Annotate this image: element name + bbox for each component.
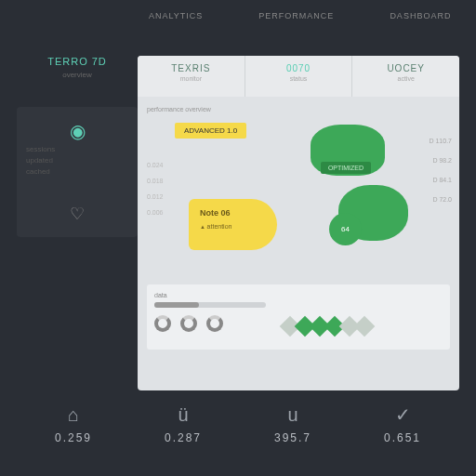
axis-tick: 0.006 xyxy=(147,209,164,216)
home-icon: ⌂ xyxy=(55,404,92,426)
tab-sub: active xyxy=(352,75,459,82)
axis-tick: D 98.2 xyxy=(429,157,452,164)
axis-tick: 0.024 xyxy=(147,162,164,168)
sidebar: TERRO 7D overview ◉ sessions updated cac… xyxy=(17,37,138,390)
sparkline xyxy=(284,292,443,342)
footer-metric[interactable]: ✓ 0.651 xyxy=(384,403,421,444)
sidebar-stat-block[interactable]: ◉ sessions updated cached ♡ xyxy=(17,107,138,237)
axis-tick: D 84.1 xyxy=(429,177,452,183)
tabs-bar: TEXRIS monitor 0070 status UOCEY active xyxy=(138,56,459,97)
footer-metric[interactable]: ü 0.287 xyxy=(165,404,202,444)
tab-texris[interactable]: TEXRIS monitor xyxy=(138,56,245,97)
panel-label: data xyxy=(154,292,266,298)
sidebar-title: TERRO 7D xyxy=(17,56,138,67)
left-axis: 0.024 0.018 0.012 0.006 xyxy=(147,152,164,225)
metric-value: 0.259 xyxy=(55,431,92,444)
canvas-label: performance overview xyxy=(147,106,450,112)
note-popup[interactable]: Note 06 attention xyxy=(189,199,277,250)
axis-tick: D 110.7 xyxy=(429,138,452,144)
header-item[interactable]: PERFORMANCE xyxy=(258,11,334,37)
tab-uocey[interactable]: UOCEY active xyxy=(352,56,459,97)
metric-value: 0.287 xyxy=(165,431,202,444)
cluster-label: OPTIMIZED xyxy=(321,162,371,174)
popup-sub: attention xyxy=(200,223,266,230)
header-item[interactable]: DASHBOARD xyxy=(390,11,451,37)
tab-title: UOCEY xyxy=(352,63,459,73)
popup-title: Note 06 xyxy=(200,208,266,218)
footer-bar: ⌂ 0.259 ü 0.287 u 395.7 ✓ 0.651 xyxy=(0,390,476,457)
metric-value: 395.7 xyxy=(274,431,311,444)
check-icon: ✓ xyxy=(384,403,421,426)
stat-line: cached xyxy=(26,167,128,176)
chart-icon: ◉ xyxy=(26,120,128,142)
metric-value: 0.651 xyxy=(384,431,421,444)
axis-tick: 0.018 xyxy=(147,178,164,184)
footer-metric[interactable]: u 395.7 xyxy=(274,404,311,444)
sidebar-subtitle: overview xyxy=(17,71,138,79)
right-axis: D 110.7 D 98.2 D 84.1 D 72.0 xyxy=(429,125,452,216)
donut-chart-icon[interactable] xyxy=(206,315,223,332)
donut-chart-icon[interactable] xyxy=(154,315,171,332)
spark-point xyxy=(354,316,376,337)
donut-chart-icon[interactable] xyxy=(180,315,197,332)
top-header: ANALYTICS PERFORMANCE DASHBOARD xyxy=(0,0,476,37)
u-icon: u xyxy=(274,404,311,426)
user-icon: ü xyxy=(165,404,202,426)
axis-tick: 0.012 xyxy=(147,193,164,200)
tab-sub: status xyxy=(245,75,352,82)
heart-icon: ♡ xyxy=(26,204,128,224)
tab-0070[interactable]: 0070 status xyxy=(245,56,353,97)
axis-tick: D 72.0 xyxy=(429,196,452,203)
tab-sub: monitor xyxy=(138,75,245,82)
header-item[interactable]: ANALYTICS xyxy=(149,11,203,37)
tab-title: 0070 xyxy=(245,63,352,73)
stat-line: updated xyxy=(26,156,128,165)
bottom-panel: data xyxy=(147,284,450,350)
canvas-area: performance overview ADVANCED 1.0 OPTIMI… xyxy=(138,97,459,357)
advanced-badge[interactable]: ADVANCED 1.0 xyxy=(175,123,246,139)
stat-line: sessions xyxy=(26,145,128,153)
cluster-node-small[interactable]: 64 xyxy=(329,213,362,245)
progress-bar xyxy=(154,302,266,308)
content-panel: TEXRIS monitor 0070 status UOCEY active … xyxy=(138,56,459,390)
tab-title: TEXRIS xyxy=(138,63,245,73)
footer-metric[interactable]: ⌂ 0.259 xyxy=(55,404,92,444)
